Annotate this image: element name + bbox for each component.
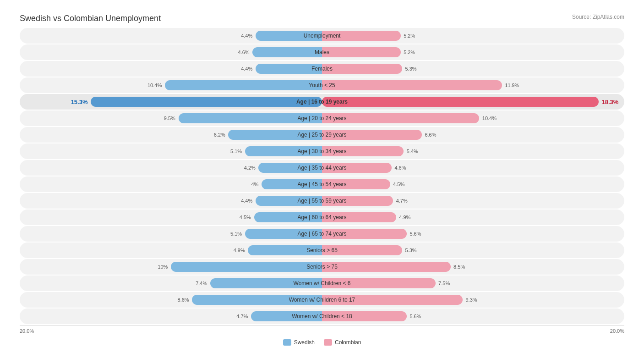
chart-row: Age | 30 to 34 years5.1%5.4% [20,143,624,159]
axis-right: 20.0% [610,328,624,334]
chart-row: Age | 25 to 29 years6.2%6.6% [20,127,624,143]
chart-row: Age | 16 to 19 years15.3%18.3% [20,94,624,110]
chart-legend: Swedish Colombian [20,339,624,346]
row-val-left: 6.2% [214,132,225,138]
row-val-left: 9.5% [164,116,175,121]
row-val-left: 5.1% [230,149,242,154]
chart-row: Age | 35 to 44 years4.2%4.6% [20,160,624,176]
row-val-right: 4.7% [396,198,408,204]
row-val-right: 5.6% [409,231,421,237]
row-val-right: 5.6% [409,314,421,319]
chart-row: Youth < 2510.4%11.9% [20,77,624,93]
chart-row: Males4.6%5.2% [20,44,624,60]
chart-row: Women w/ Children 6 to 178.6%9.3% [20,292,624,308]
axis-left: 20.0% [20,328,34,334]
chart-row: Women w/ Children < 184.7%5.6% [20,308,624,324]
legend-swedish-label: Swedish [294,339,315,346]
row-val-left: 4.4% [241,198,252,204]
chart-row: Age | 65 to 74 years5.1%5.6% [20,226,624,242]
row-val-right: 5.3% [405,66,417,72]
legend-swedish: Swedish [283,339,315,346]
axis-line [20,325,624,325]
legend-colombian: Colombian [324,339,361,346]
legend-colombian-box [324,339,332,346]
row-val-right: 5.2% [404,50,415,55]
row-val-right: 8.5% [453,264,465,270]
chart-row: Age | 55 to 59 years4.4%4.7% [20,193,624,209]
row-val-left: 4.7% [236,314,248,319]
row-val-right: 11.9% [505,83,519,88]
row-val-left: 5.1% [230,231,242,237]
chart-row: Age | 60 to 64 years4.5%4.9% [20,209,624,225]
row-val-left: 4.4% [241,33,252,39]
chart-header: Swedish vs Colombian Unemployment Source… [20,14,624,23]
row-val-right: 6.6% [425,132,436,138]
chart-row: Age | 20 to 24 years9.5%10.4% [20,110,624,126]
axis-row: 20.0% 20.0% [20,326,624,336]
legend-colombian-label: Colombian [335,339,361,346]
chart-row: Age | 45 to 54 years4%4.5% [20,176,624,192]
chart-row: Unemployment4.4%5.2% [20,28,624,44]
row-val-left: 8.6% [178,297,189,303]
row-val-right: 7.5% [438,281,450,286]
row-val-right: 9.3% [466,297,477,303]
row-val-left: 4.5% [240,215,251,220]
row-val-right: 5.4% [407,149,418,154]
chart-row: Seniors > 654.9%5.3% [20,242,624,258]
row-val-left: 4% [251,182,259,187]
chart-title: Swedish vs Colombian Unemployment [20,14,161,23]
row-val-right: 5.3% [405,248,417,253]
chart-source: Source: ZipAtlas.com [572,14,624,20]
row-val-left: 7.4% [196,281,207,286]
chart-row: Women w/ Children < 67.4%7.5% [20,275,624,291]
row-val-left: 4.2% [244,165,256,171]
legend-swedish-box [283,339,291,346]
row-val-left: 4.6% [238,50,250,55]
row-val-left: 4.4% [241,66,252,72]
chart-row: Seniors > 7510%8.5% [20,259,624,275]
chart-area: Unemployment4.4%5.2%Males4.6%5.2%Females… [20,28,624,324]
row-val-right: 4.5% [393,182,404,187]
chart-row: Females4.4%5.3% [20,61,624,77]
row-val-right: 4.6% [394,165,406,171]
row-val-left: 10% [158,264,168,270]
row-val-left: 4.9% [234,248,245,253]
chart-container: Swedish vs Colombian Unemployment Source… [11,9,633,347]
row-val-right: 10.4% [482,116,497,121]
row-val-left: 15.3% [71,99,88,105]
row-val-right: 5.2% [404,33,415,39]
row-val-right: 18.3% [602,99,619,105]
row-val-left: 10.4% [147,83,162,88]
row-val-right: 4.9% [399,215,410,220]
